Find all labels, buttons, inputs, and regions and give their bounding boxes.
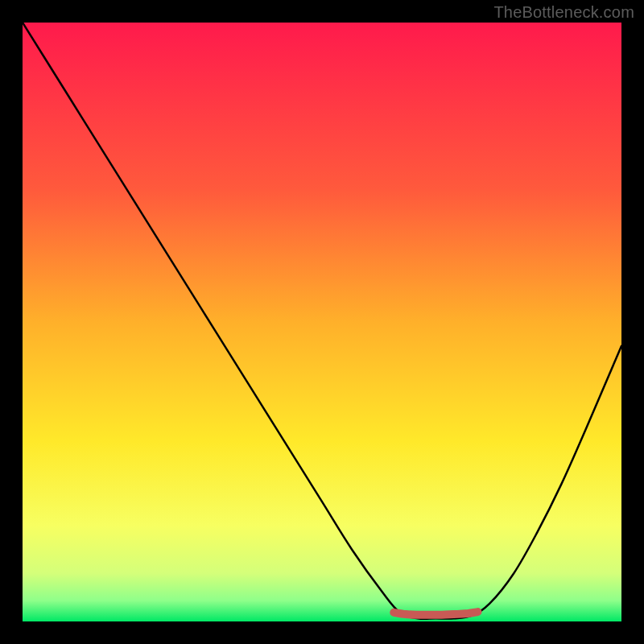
bottleneck-chart: [23, 23, 621, 621]
chart-frame: TheBottleneck.com: [0, 0, 644, 644]
gradient-background: [23, 23, 621, 621]
optimal-band: [394, 612, 477, 615]
plot-area: [23, 23, 621, 621]
watermark-label: TheBottleneck.com: [493, 3, 634, 22]
